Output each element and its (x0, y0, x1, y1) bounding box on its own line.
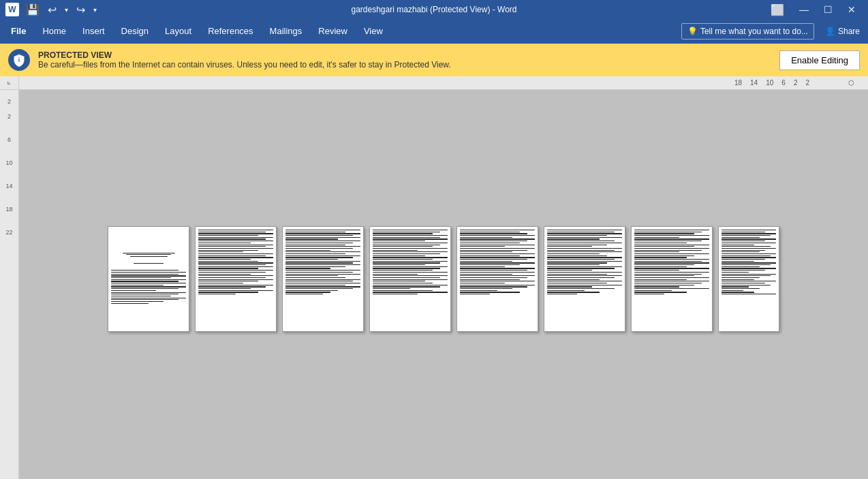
ruler-corner: ⊾ (0, 76, 19, 90)
page-thumb-1 (108, 226, 189, 332)
share-button[interactable]: 👤 Share (820, 24, 865, 39)
search-placeholder-text: Tell me what you want to do... (700, 27, 808, 36)
shield-svg: i (12, 53, 26, 67)
protected-view-banner: i PROTECTED VIEW Be careful—files from t… (0, 44, 868, 76)
word-icon: W (5, 3, 19, 16)
lightbulb-icon: 💡 (687, 27, 698, 36)
ruler-marks: 18 14 10 6 2 2 (730, 79, 813, 87)
enable-editing-button[interactable]: Enable Editing (779, 50, 860, 70)
word-letter: W (8, 5, 16, 14)
tab-review[interactable]: Review (310, 19, 356, 44)
v-mark-2b: 2 (7, 113, 11, 120)
ruler-mark-6: 6 (777, 79, 790, 87)
protected-view-message: Be careful—files from the Internet can c… (38, 60, 451, 69)
corner-icon: ⊾ (7, 80, 12, 86)
protected-view-title: PROTECTED VIEW (38, 50, 451, 60)
maximize-button[interactable]: ☐ (817, 3, 839, 16)
page5-content (457, 227, 538, 297)
document-area[interactable] (19, 90, 868, 479)
v-mark-6: 6 (7, 136, 11, 143)
page-thumb-6 (544, 226, 625, 332)
ribbon-tabs: File Home Insert Design Layout Reference… (0, 19, 868, 44)
svg-text:i: i (18, 57, 20, 63)
ruler-mark-10: 10 (762, 79, 777, 87)
window-controls: ⬜ — ☐ ✕ (764, 2, 863, 18)
page7-content (632, 227, 712, 297)
tab-references[interactable]: References (200, 19, 261, 44)
indent-icon: ⬡ (848, 79, 854, 87)
redo-icon[interactable]: ↪ (74, 2, 88, 18)
title-bar-left: W 💾 ↩ ▾ ↪ ▾ (5, 2, 99, 18)
page-thumb-7 (631, 226, 713, 332)
share-label: Share (838, 27, 860, 36)
customize-icon[interactable]: ▾ (91, 5, 99, 15)
protected-text-block: PROTECTED VIEW Be careful—files from the… (38, 50, 451, 69)
minimize-button[interactable]: — (792, 3, 816, 16)
page-thumb-8 (718, 226, 779, 332)
page1-content (108, 227, 189, 307)
vertical-ruler: 2 2 6 10 14 18 22 (0, 90, 19, 479)
window-options-icon[interactable]: ⬜ (764, 2, 791, 18)
undo-dropdown-icon[interactable]: ▾ (62, 5, 71, 15)
v-mark-14: 14 (5, 183, 12, 189)
person-icon: 👤 (825, 27, 835, 36)
ruler-mark-18: 18 (730, 79, 746, 87)
v-mark-18: 18 (5, 206, 12, 213)
tab-mailings[interactable]: Mailings (262, 19, 311, 44)
horizontal-ruler: 18 14 10 6 2 2 ⬡ (19, 76, 868, 90)
ruler-icon-area: ⬡ (848, 79, 854, 87)
v-mark-22: 22 (5, 229, 12, 236)
main-area: 2 2 6 10 14 18 22 (0, 90, 868, 479)
page3-content (283, 227, 363, 297)
shield-icon: i (8, 49, 30, 71)
quick-access-toolbar: 💾 ↩ ▾ ↪ ▾ (23, 2, 99, 18)
tab-view[interactable]: View (356, 19, 391, 44)
vertical-ruler-marks: 2 2 6 10 14 18 22 (5, 98, 12, 236)
save-icon[interactable]: 💾 (23, 2, 42, 18)
page2-content (196, 227, 276, 297)
tab-file[interactable]: File (3, 19, 34, 44)
page-thumb-4 (369, 226, 451, 332)
close-button[interactable]: ✕ (841, 3, 863, 16)
tab-home[interactable]: Home (34, 19, 74, 44)
tab-design[interactable]: Design (113, 19, 157, 44)
page8-content (719, 227, 779, 297)
pages-row (108, 226, 779, 332)
page-thumb-5 (456, 226, 538, 332)
v-mark-2a: 2 (7, 98, 11, 105)
ruler-container: ⊾ 18 14 10 6 2 2 ⬡ (0, 76, 868, 90)
v-mark-10: 10 (5, 159, 12, 166)
tab-insert[interactable]: Insert (74, 19, 113, 44)
ruler-mark-2: 2 (790, 79, 802, 87)
page6-content (544, 227, 625, 297)
ruler-mark-14: 14 (746, 79, 762, 87)
undo-icon[interactable]: ↩ (45, 2, 59, 18)
page-thumb-2 (195, 226, 277, 332)
title-bar: W 💾 ↩ ▾ ↪ ▾ gardeshgari mazhabi (Protect… (0, 0, 868, 19)
ruler-mark-2b: 2 (801, 79, 813, 87)
tab-layout[interactable]: Layout (157, 19, 200, 44)
ribbon-search[interactable]: 💡 Tell me what you want to do... (681, 23, 814, 40)
page-thumb-3 (282, 226, 364, 332)
ribbon: File Home Insert Design Layout Reference… (0, 19, 868, 44)
page4-content (370, 227, 450, 297)
window-title: gardeshgari mazhabi (Protected View) - W… (352, 5, 517, 14)
